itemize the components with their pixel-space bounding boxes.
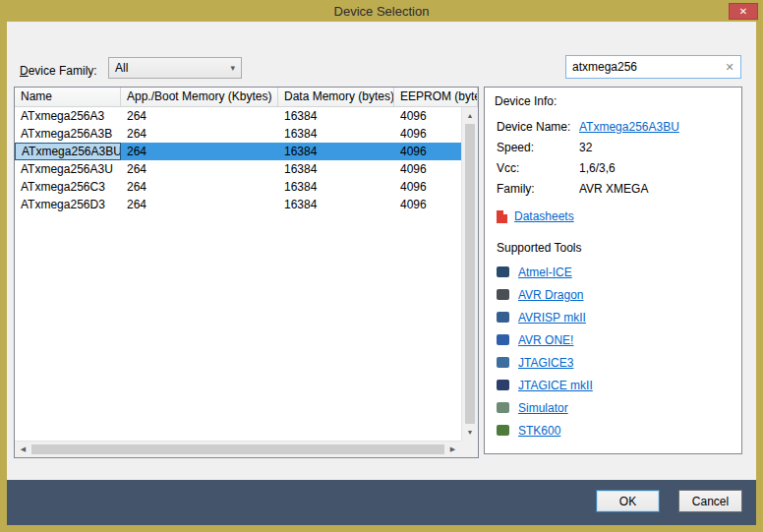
- column-header-name[interactable]: Name: [15, 88, 121, 106]
- cell-eeprom[interactable]: 4096: [394, 107, 461, 125]
- vcc-field: Vcc: 1,6/3,6: [485, 157, 741, 178]
- table-row[interactable]: ATxmega256A3B 264 16384 4096: [15, 125, 461, 143]
- scroll-left-icon[interactable]: ◀: [15, 442, 31, 457]
- avrisp-mkii-icon: [497, 312, 509, 323]
- tool-link[interactable]: AVRISP mkII: [518, 311, 586, 325]
- cell-name[interactable]: ATxmega256A3B: [15, 125, 121, 143]
- chevron-down-icon: ▾: [230, 63, 235, 73]
- tool-item[interactable]: JTAGICE mkII: [485, 374, 741, 396]
- tool-link[interactable]: Simulator: [518, 401, 568, 415]
- family-value: AVR XMEGA: [579, 182, 648, 196]
- vertical-scrollbar-thumb[interactable]: [465, 124, 475, 424]
- tool-link[interactable]: JTAGICE mkII: [518, 379, 593, 392]
- tool-link[interactable]: STK600: [518, 424, 560, 438]
- tool-item[interactable]: AVR ONE!: [485, 328, 741, 351]
- close-button[interactable]: ✕: [729, 3, 758, 20]
- tool-item[interactable]: Atmel-ICE: [485, 261, 741, 283]
- clear-search-icon[interactable]: ✕: [719, 61, 740, 74]
- table-row[interactable]: ATxmega256D3 264 16384 4096: [15, 196, 461, 213]
- device-name-link[interactable]: ATxmega256A3BU: [579, 120, 679, 134]
- scroll-right-icon[interactable]: ▶: [444, 442, 461, 457]
- pdf-icon[interactable]: [497, 210, 507, 223]
- table-row[interactable]: ATxmega256A3 264 16384 4096: [15, 107, 461, 125]
- cell-data[interactable]: 16384: [278, 107, 394, 125]
- datasheets-link[interactable]: Datasheets: [514, 209, 574, 223]
- device-info-panel: Device Info: Device Name: ATxmega256A3BU…: [484, 87, 742, 454]
- cell-data[interactable]: 16384: [278, 125, 394, 143]
- family-label: Family:: [497, 182, 579, 196]
- scroll-up-icon[interactable]: ▲: [462, 107, 478, 124]
- cell-memory[interactable]: 264: [121, 178, 278, 196]
- table-row[interactable]: ATxmega256A3U 264 16384 4096: [15, 160, 461, 178]
- titlebar: Device Selection ✕: [0, 0, 763, 22]
- cell-memory[interactable]: 264: [121, 125, 278, 143]
- device-name-label: Device Name:: [497, 120, 579, 134]
- supported-tools-heading: Supported Tools: [485, 241, 741, 259]
- device-name-field: Device Name: ATxmega256A3BU: [485, 116, 741, 137]
- dialog-body: Device Family: All ▾ ✕ Name App./Boot Me…: [7, 22, 756, 480]
- cell-data[interactable]: 16384: [278, 160, 394, 178]
- vcc-label: Vcc:: [497, 161, 579, 175]
- cell-data[interactable]: 16384: [278, 196, 394, 213]
- column-header-memory[interactable]: App./Boot Memory (Kbytes): [121, 88, 278, 106]
- cell-name[interactable]: ATxmega256D3: [15, 196, 121, 213]
- ok-button[interactable]: OK: [596, 490, 660, 512]
- atmel-ice-icon: [497, 266, 509, 277]
- tool-item[interactable]: AVR Dragon: [485, 283, 741, 306]
- cell-name[interactable]: ATxmega256C3: [15, 178, 121, 196]
- avr-dragon-icon: [497, 289, 509, 300]
- device-family-dropdown[interactable]: All ▾: [108, 57, 242, 79]
- cell-memory[interactable]: 264: [121, 107, 278, 125]
- speed-field: Speed: 32: [485, 137, 741, 157]
- device-table: Name App./Boot Memory (Kbytes) Data Memo…: [14, 87, 479, 458]
- simulator-icon: [497, 402, 509, 413]
- search-box: ✕: [565, 55, 741, 79]
- horizontal-scrollbar[interactable]: ◀ ▶: [15, 441, 461, 457]
- cell-eeprom[interactable]: 4096: [394, 196, 461, 213]
- tool-item[interactable]: Simulator: [485, 396, 741, 419]
- cell-eeprom[interactable]: 4096: [394, 143, 461, 160]
- cell-name[interactable]: ATxmega256A3BU: [15, 143, 121, 160]
- device-family-label: Device Family:: [20, 64, 97, 78]
- device-family-value: All: [115, 61, 230, 75]
- table-row[interactable]: ATxmega256C3 264 16384 4096: [15, 178, 461, 196]
- jtagice3-icon: [497, 357, 509, 368]
- close-icon: ✕: [739, 6, 747, 17]
- tool-link[interactable]: JTAGICE3: [518, 356, 573, 370]
- cell-data[interactable]: 16384: [278, 178, 394, 196]
- cell-eeprom[interactable]: 4096: [394, 178, 461, 196]
- cell-eeprom[interactable]: 4096: [394, 125, 461, 143]
- cell-memory[interactable]: 264: [121, 196, 278, 213]
- stk600-icon: [497, 425, 509, 436]
- tool-item[interactable]: AVRISP mkII: [485, 306, 741, 328]
- tool-item[interactable]: JTAGICE3: [485, 351, 741, 374]
- tool-link[interactable]: AVR Dragon: [518, 288, 583, 302]
- column-header-eeprom[interactable]: EEPROM (bytes): [394, 88, 478, 106]
- tool-item[interactable]: STK600: [485, 419, 741, 442]
- device-table-header: Name App./Boot Memory (Kbytes) Data Memo…: [15, 88, 478, 107]
- cell-memory[interactable]: 264: [121, 143, 278, 160]
- vertical-scrollbar[interactable]: ▲ ▼: [461, 107, 478, 441]
- cancel-button[interactable]: Cancel: [678, 490, 742, 512]
- cell-eeprom[interactable]: 4096: [394, 160, 461, 178]
- avr-one-icon: [497, 334, 509, 345]
- cell-name[interactable]: ATxmega256A3: [15, 107, 121, 125]
- jtagice-mkii-icon: [497, 380, 509, 390]
- datasheets-row: Datasheets: [485, 207, 741, 225]
- scroll-down-icon[interactable]: ▼: [462, 424, 478, 441]
- column-header-data[interactable]: Data Memory (bytes): [278, 88, 394, 106]
- cell-name[interactable]: ATxmega256A3U: [15, 160, 121, 178]
- device-selection-dialog: Device Selection ✕ Device Family: All ▾ …: [0, 0, 763, 532]
- horizontal-scrollbar-thumb[interactable]: [31, 444, 444, 454]
- tool-link[interactable]: Atmel-ICE: [518, 266, 572, 279]
- tool-link[interactable]: AVR ONE!: [518, 333, 573, 347]
- supported-tools-list: Atmel-ICE AVR Dragon AVRISP mkII AVR ONE…: [485, 261, 741, 442]
- cell-data[interactable]: 16384: [278, 143, 394, 160]
- search-input[interactable]: [566, 60, 719, 74]
- vcc-value: 1,6/3,6: [579, 161, 616, 175]
- footer: OK Cancel: [7, 480, 756, 525]
- table-row[interactable]: ATxmega256A3BU 264 16384 4096: [15, 143, 461, 160]
- scrollbar-corner: [461, 441, 478, 457]
- cell-memory[interactable]: 264: [121, 160, 278, 178]
- family-field: Family: AVR XMEGA: [485, 178, 741, 199]
